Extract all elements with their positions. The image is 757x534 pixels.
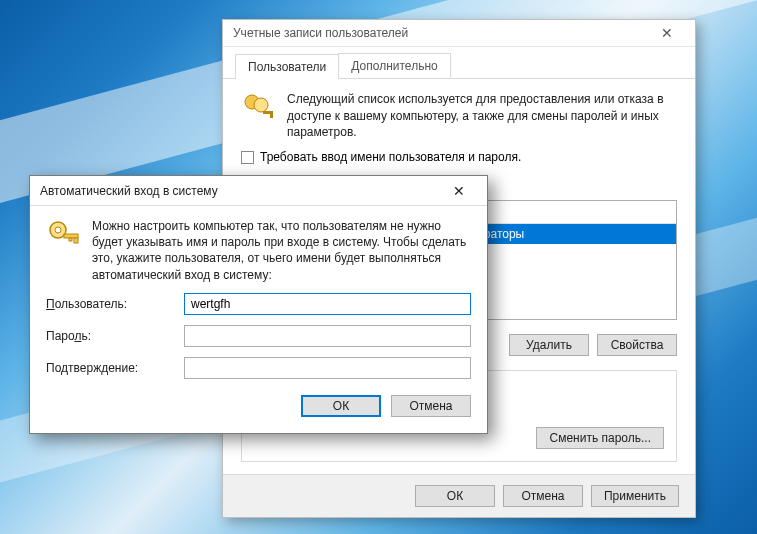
tabstrip: Пользователи Дополнительно — [223, 47, 695, 79]
username-label: Пользователь: — [46, 297, 176, 311]
require-login-label: Требовать ввод имени пользователя и паро… — [260, 150, 521, 164]
close-icon-front[interactable]: ✕ — [439, 179, 479, 203]
autologon-dialog: Автоматический вход в систему ✕ Можно на… — [29, 175, 488, 434]
cancel-button-back[interactable]: Отмена — [503, 485, 583, 507]
apply-button[interactable]: Применить — [591, 485, 679, 507]
password-label: Пароль: — [46, 329, 176, 343]
svg-rect-8 — [69, 238, 72, 241]
svg-rect-7 — [74, 238, 78, 243]
tab-advanced[interactable]: Дополнительно — [338, 53, 450, 78]
window-title: Учетные записи пользователей — [233, 26, 647, 40]
svg-point-5 — [55, 227, 61, 233]
titlebar-front: Автоматический вход в систему ✕ — [30, 176, 487, 206]
titlebar: Учетные записи пользователей ✕ — [223, 20, 695, 47]
dialog-footer: ОК Отмена Применить — [223, 474, 695, 517]
tab-users[interactable]: Пользователи — [235, 54, 339, 79]
username-input[interactable] — [184, 293, 471, 315]
password-input[interactable] — [184, 325, 471, 347]
svg-point-1 — [254, 98, 268, 112]
svg-rect-3 — [270, 114, 273, 118]
close-icon[interactable]: ✕ — [647, 21, 687, 45]
ok-button[interactable]: ОК — [301, 395, 381, 417]
properties-button[interactable]: Свойства — [597, 334, 677, 356]
confirm-input[interactable] — [184, 357, 471, 379]
intro-text: Следующий список используется для предос… — [287, 91, 677, 140]
users-keys-icon — [241, 91, 275, 128]
confirm-label: Подтверждение: — [46, 361, 176, 375]
ok-button-back[interactable]: ОК — [415, 485, 495, 507]
change-password-button[interactable]: Сменить пароль... — [536, 427, 664, 449]
key-icon — [46, 218, 80, 255]
front-intro-text: Можно настроить компьютер так, что польз… — [92, 218, 471, 283]
require-login-checkbox[interactable] — [241, 151, 254, 164]
list-header-group[interactable] — [459, 201, 676, 223]
cancel-button[interactable]: Отмена — [391, 395, 471, 417]
delete-button[interactable]: Удалить — [509, 334, 589, 356]
svg-rect-6 — [64, 234, 78, 238]
svg-rect-2 — [263, 111, 273, 114]
window-title-front: Автоматический вход в систему — [40, 184, 439, 198]
